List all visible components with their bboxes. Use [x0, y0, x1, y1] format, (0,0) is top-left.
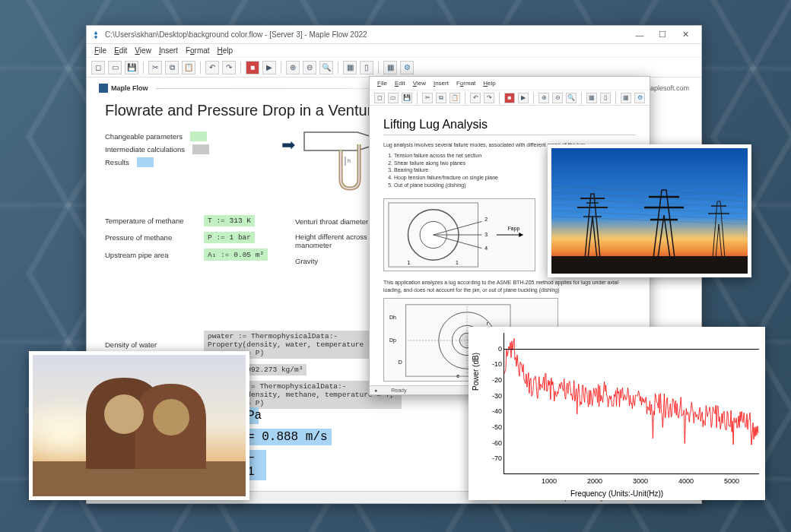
menu2-edit[interactable]: Edit	[392, 80, 408, 87]
svg-text:Dh: Dh	[389, 315, 396, 321]
apps-icon[interactable]: ▦	[383, 61, 397, 74]
zoom-out-icon[interactable]: ⊖	[303, 61, 316, 74]
param-value[interactable]: T := 313 K	[204, 215, 255, 226]
toolbar: ◻ ▭ 💾 ✂ ⧉ 📋 ↶ ↷ ■ ▶ ⊕ ⊖ 🔍 ▦ ▯ ▦ ⚙	[87, 58, 701, 78]
stop-icon[interactable]: ■	[246, 61, 259, 74]
page-icon[interactable]: ▯	[360, 61, 373, 74]
ytick: -30	[488, 392, 502, 400]
ytick: -10	[488, 360, 502, 368]
copy-icon[interactable]: ⧉	[436, 93, 446, 103]
legend-label: Changeable parameters	[105, 132, 183, 141]
new-icon[interactable]: ◻	[91, 61, 105, 74]
paste-icon[interactable]: 📋	[182, 61, 195, 74]
menubar-2: File Edit View Insert Format Help	[370, 77, 650, 90]
swatch-blue-icon	[137, 157, 154, 167]
zoom-fit-icon[interactable]: 🔍	[319, 61, 333, 74]
new-icon[interactable]: ◻	[374, 93, 385, 103]
svg-text:3: 3	[484, 232, 488, 237]
grid-icon[interactable]: ▦	[343, 61, 357, 74]
menu2-format[interactable]: Format	[453, 80, 478, 87]
zoom-out-icon[interactable]: ⊖	[552, 93, 563, 103]
zoom-in-icon[interactable]: ⊕	[538, 93, 549, 103]
svg-text:1: 1	[456, 260, 459, 265]
svg-text:e: e	[456, 373, 459, 378]
ytick: 0	[488, 345, 502, 353]
run-icon[interactable]: ▶	[518, 93, 529, 103]
param-value[interactable]: A₁ := 0.05 m²	[204, 249, 268, 261]
svg-text:4: 4	[484, 245, 488, 250]
grid-icon[interactable]: ▦	[586, 93, 597, 103]
zoom-in-icon[interactable]: ⊕	[286, 61, 300, 74]
param-label: Pressure of methane	[105, 233, 204, 242]
ytick: -40	[488, 407, 502, 415]
photo-lifting-lugs	[29, 351, 249, 500]
app-icon	[91, 30, 100, 40]
xtick: 5000	[724, 477, 739, 485]
ytick: -20	[488, 376, 502, 384]
svg-rect-27	[551, 148, 748, 274]
svg-rect-28	[551, 256, 748, 274]
menu2-insert[interactable]: Insert	[430, 80, 452, 87]
open-icon[interactable]: ▭	[388, 93, 399, 103]
cut-icon[interactable]: ✂	[148, 61, 162, 74]
settings-icon[interactable]: ⚙	[634, 93, 645, 103]
chart-ylabel: Power (dB)	[472, 353, 480, 391]
copy-icon[interactable]: ⧉	[165, 61, 179, 74]
xtick: 3000	[633, 477, 648, 485]
svg-text:1: 1	[407, 260, 410, 265]
svg-point-39	[153, 399, 189, 435]
svg-text:D: D	[399, 360, 402, 366]
page-icon[interactable]: ▯	[600, 93, 611, 103]
flow-arrow-icon: ➡	[281, 135, 295, 155]
doc2-para2: This application analyzes a lug accordin…	[383, 279, 636, 294]
apps-icon[interactable]: ▦	[621, 93, 631, 103]
minimize-button[interactable]: —	[628, 30, 651, 40]
redo-icon[interactable]: ↷	[484, 93, 494, 103]
menu-file[interactable]: File	[91, 46, 110, 55]
menubar: File Edit View Insert Format Help	[87, 44, 701, 58]
param-value[interactable]: P := 1 bar	[204, 232, 255, 243]
menu2-help[interactable]: Help	[480, 80, 498, 87]
menu-format[interactable]: Format	[183, 46, 213, 55]
label-fapp: Fapp	[508, 226, 520, 232]
cut-icon[interactable]: ✂	[422, 93, 433, 103]
chart-plot-area	[504, 333, 759, 474]
maple-logo-icon	[99, 84, 108, 93]
run-icon[interactable]: ▶	[262, 61, 276, 74]
svg-point-38	[104, 394, 144, 434]
menu-insert[interactable]: Insert	[156, 46, 181, 55]
menu-view[interactable]: View	[132, 46, 154, 55]
param-label: Density of water	[105, 340, 204, 349]
menu2-file[interactable]: File	[374, 80, 390, 87]
zoom-fit-icon[interactable]: 🔍	[566, 93, 577, 103]
stop-icon[interactable]: ■	[504, 93, 515, 103]
legend-label: Results	[105, 158, 129, 166]
menu-help[interactable]: Help	[214, 46, 237, 55]
paste-icon[interactable]: 📋	[450, 93, 460, 103]
menu-edit[interactable]: Edit	[111, 46, 130, 55]
ytick: -50	[488, 423, 502, 431]
chart-xlabel: Frequency (Units:-Unit(Hz))	[570, 489, 663, 498]
save-icon[interactable]: 💾	[402, 93, 412, 103]
open-icon[interactable]: ▭	[108, 61, 122, 74]
close-button[interactable]: ✕	[674, 30, 697, 40]
titlebar[interactable]: C:\Users\skhan\Desktop\background color.…	[87, 26, 701, 44]
undo-icon[interactable]: ↶	[205, 61, 219, 74]
maximize-button[interactable]: ☐	[651, 30, 674, 40]
ytick: -70	[488, 454, 502, 462]
status-ready: Ready	[391, 388, 406, 393]
chart-panel: Power (dB) Frequency (Units:-Unit(Hz)) 0…	[469, 327, 765, 500]
ytick: -60	[488, 439, 502, 447]
settings-icon[interactable]: ⚙	[400, 61, 414, 74]
save-icon[interactable]: 💾	[125, 61, 138, 74]
photo-power-towers	[548, 144, 751, 277]
xtick: 1000	[542, 477, 557, 485]
doc2-title: Lifting Lug Analysis	[383, 118, 636, 135]
svg-text:Dp: Dp	[389, 337, 396, 344]
menu2-view[interactable]: View	[410, 80, 429, 87]
redo-icon[interactable]: ↷	[222, 61, 236, 74]
undo-icon[interactable]: ↶	[470, 93, 481, 103]
svg-text:h: h	[348, 158, 351, 163]
window-title: C:\Users\skhan\Desktop\background color.…	[105, 30, 367, 39]
param-label: Upstream pipe area	[105, 251, 204, 259]
